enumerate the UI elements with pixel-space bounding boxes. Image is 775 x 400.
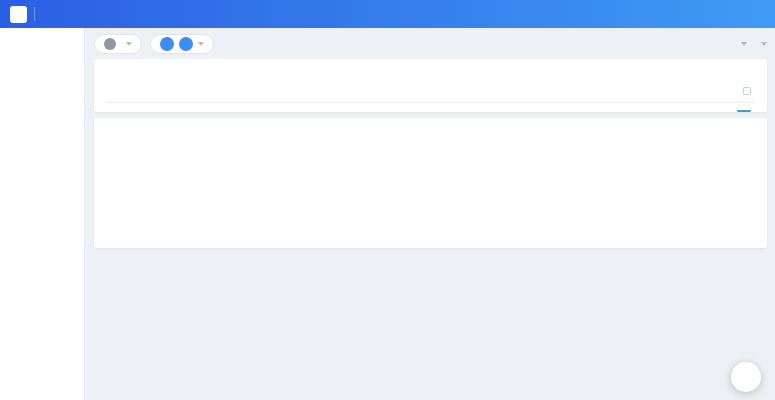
chevron-down-icon	[198, 42, 204, 46]
metric-tabs	[106, 102, 755, 103]
top-nav-bar	[0, 0, 775, 28]
chevron-down-icon	[761, 42, 767, 46]
chart-stats-row	[106, 110, 755, 112]
platform-selector[interactable]	[150, 34, 214, 54]
app-selector[interactable]	[94, 34, 142, 54]
apple-icon	[160, 37, 174, 51]
compare-channel-toggle[interactable]	[743, 87, 755, 95]
trend-section-header	[106, 87, 755, 95]
date-range-picker[interactable]	[753, 42, 767, 46]
support-button[interactable]	[731, 362, 761, 392]
app-logo	[10, 6, 27, 23]
filter-toolbar	[94, 33, 767, 55]
legend-line-swatch	[737, 110, 751, 112]
sidebar	[0, 28, 85, 400]
chart-legend	[737, 110, 755, 112]
chevron-down-icon	[126, 42, 132, 46]
compare-checkbox[interactable]	[743, 87, 751, 95]
app-icon	[104, 38, 116, 50]
toolbar-right	[733, 42, 767, 46]
trend-card	[94, 59, 767, 112]
android-icon	[179, 37, 193, 51]
channel-filter[interactable]	[733, 42, 747, 46]
topbar-divider	[34, 7, 35, 21]
chevron-down-icon	[741, 42, 747, 46]
main-content	[86, 28, 775, 400]
detail-table-card	[94, 118, 767, 248]
